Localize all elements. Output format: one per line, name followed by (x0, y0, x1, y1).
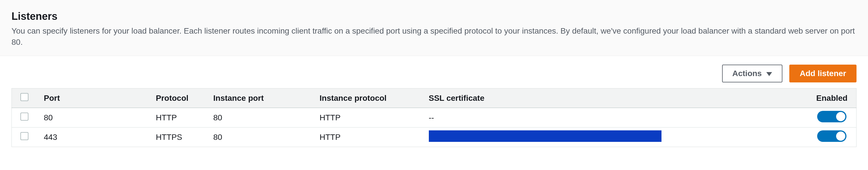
row-checkbox[interactable] (21, 132, 28, 140)
actions-button[interactable]: Actions (722, 65, 783, 82)
select-all-checkbox[interactable] (21, 93, 28, 101)
col-ssl-certificate: SSL certificate (422, 89, 808, 108)
cell-protocol: HTTPS (149, 128, 207, 147)
actions-label: Actions (733, 69, 762, 78)
cell-ssl: -- (422, 108, 808, 128)
cell-instance-port: 80 (207, 108, 313, 128)
listeners-table-container: Port Protocol Instance port Instance pro… (0, 88, 868, 159)
cell-protocol: HTTP (149, 108, 207, 128)
cell-instance-protocol: HTTP (313, 128, 422, 147)
col-instance-port: Instance port (207, 89, 313, 108)
cell-port: 443 (37, 128, 149, 147)
row-checkbox[interactable] (21, 112, 28, 121)
cell-instance-protocol: HTTP (313, 108, 422, 128)
add-listener-button[interactable]: Add listener (789, 65, 857, 82)
cell-instance-port: 80 (207, 128, 313, 147)
ssl-certificate-redacted (429, 130, 661, 142)
chevron-down-icon (766, 69, 772, 78)
listeners-table: Port Protocol Instance port Instance pro… (11, 88, 857, 147)
table-row: 80 HTTP 80 HTTP -- (12, 108, 857, 128)
page-title: Listeners (11, 10, 857, 23)
listeners-header: Listeners You can specify listeners for … (0, 0, 868, 56)
toolbar: Actions Add listener (0, 56, 868, 88)
page-description: You can specify listeners for your load … (11, 25, 857, 48)
col-instance-protocol: Instance protocol (313, 89, 422, 108)
table-row: 443 HTTPS 80 HTTP (12, 128, 857, 147)
table-header-row: Port Protocol Instance port Instance pro… (12, 89, 857, 108)
col-port: Port (37, 89, 149, 108)
enabled-toggle[interactable] (817, 130, 846, 142)
col-protocol: Protocol (149, 89, 207, 108)
cell-port: 80 (37, 108, 149, 128)
cell-ssl (422, 128, 808, 147)
enabled-toggle[interactable] (817, 111, 846, 122)
select-all-header (12, 89, 37, 108)
col-enabled: Enabled (808, 89, 857, 108)
